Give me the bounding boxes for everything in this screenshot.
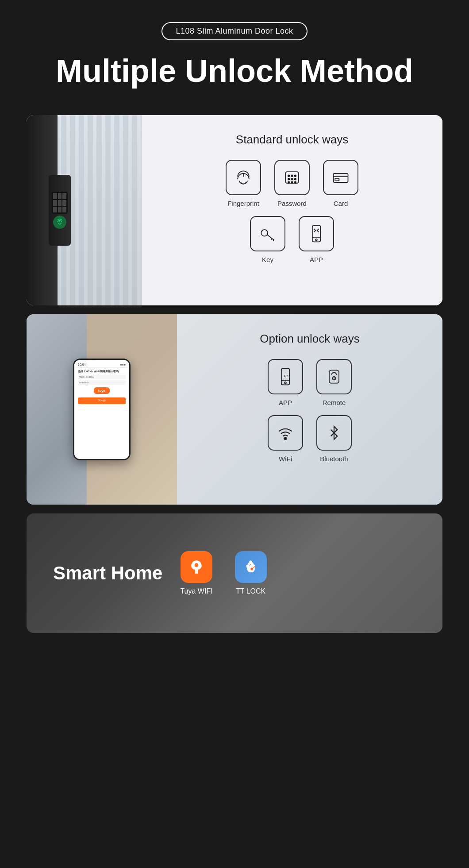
svg-point-13 (261, 230, 268, 236)
phone-time: 10:04 (78, 363, 86, 366)
keypad-dot (62, 193, 66, 199)
unlock-item-card: Card (323, 160, 358, 207)
password-label: Password (277, 200, 307, 207)
option-icons-row-2: WiFi Bluetooth (268, 415, 352, 463)
fingerprint-label: Fingerprint (227, 200, 259, 207)
option-app-icon-box: APP (268, 359, 303, 394)
option-bluetooth-label: Bluetooth (320, 455, 348, 463)
phone-content: 选择 2.4GHz Wi-Fi网络并输入密码 Wi-Fi - 2.4GHz sm… (76, 368, 127, 406)
svg-point-5 (291, 178, 293, 180)
svg-point-2 (291, 175, 293, 177)
keypad-dot (58, 200, 62, 206)
wifi-setup-title: 选择 2.4GHz Wi-Fi网络并输入密码 (78, 370, 126, 374)
option-remote-icon-box (316, 359, 352, 394)
page-wrapper: L108 Slim Aluminum Door Lock Multiple Un… (0, 0, 469, 633)
lock-device (49, 175, 71, 246)
lock-keypad (52, 192, 68, 214)
tuya-app-label: Tuya WIFI (180, 587, 212, 595)
option-item-remote: Remote (316, 359, 352, 406)
main-title: Multiple Unlock Method (9, 54, 460, 89)
unlock-item-app: APP (299, 216, 334, 263)
smart-home-section: Smart Home Tuya WIFI (27, 513, 442, 633)
svg-rect-12 (335, 178, 339, 181)
door-visual (27, 115, 142, 305)
keypad-dot (62, 207, 66, 212)
svg-point-3 (295, 175, 296, 177)
option-right: Option unlock ways APP APP (177, 314, 442, 505)
phone-status-bar: 10:04 ●●● (76, 362, 127, 368)
ttlock-app-icon (235, 551, 267, 583)
standard-section-title: Standard unlock ways (236, 133, 348, 147)
fingerprint-icon-box (226, 160, 261, 195)
app-label: APP (310, 256, 323, 263)
smart-home-content: Smart Home Tuya WIFI (27, 529, 442, 617)
option-section: 10:04 ●●● 选择 2.4GHz Wi-Fi网络并输入密码 Wi-Fi -… (27, 314, 442, 505)
door-image-panel (27, 115, 142, 305)
keypad-dot (58, 207, 62, 212)
svg-point-7 (288, 181, 290, 183)
tuya-brand: tuya (94, 387, 110, 394)
ttlock-app-item: TT LOCK (235, 551, 267, 595)
standard-right: Standard unlock ways Finger (142, 115, 442, 305)
option-item-app: APP APP (268, 359, 303, 406)
option-section-title: Option unlock ways (260, 332, 359, 346)
wifi-item-1: Wi-Fi - 2.4GHz (78, 375, 126, 379)
phone-mockup: 10:04 ●●● 选择 2.4GHz Wi-Fi网络并输入密码 Wi-Fi -… (73, 359, 131, 460)
option-app-label: APP (279, 399, 292, 406)
option-remote-label: Remote (323, 399, 346, 406)
wifi-item-2: smartlock (78, 380, 126, 385)
keypad-dot (53, 193, 57, 199)
option-wifi-icon-box (268, 415, 303, 451)
option-wifi-label: WiFi (279, 455, 292, 463)
option-item-bluetooth: Bluetooth (316, 415, 352, 463)
standard-section: Standard unlock ways Finger (27, 115, 442, 305)
app-icon-box (299, 216, 334, 251)
keypad-dot (53, 200, 57, 206)
phone-signal: ●●● (120, 363, 126, 366)
card-icon-box (323, 160, 358, 195)
svg-point-27 (284, 438, 287, 440)
keypad-dot (62, 200, 66, 206)
svg-point-19 (315, 239, 317, 241)
ttlock-app-label: TT LOCK (236, 587, 265, 595)
svg-point-1 (288, 175, 290, 177)
tuya-logo-area: tuya (78, 387, 126, 394)
smart-home-title: Smart Home (53, 563, 162, 584)
unlock-item-fingerprint: Fingerprint (226, 160, 261, 207)
card-label: Card (334, 200, 348, 207)
svg-text:APP: APP (284, 374, 289, 378)
option-left-panel: 10:04 ●●● 选择 2.4GHz Wi-Fi网络并输入密码 Wi-Fi -… (27, 314, 177, 505)
header-section: L108 Slim Aluminum Door Lock Multiple Un… (0, 0, 469, 106)
keypad-dot (58, 193, 62, 199)
svg-point-4 (288, 178, 290, 180)
phone-next-button[interactable]: 下一步 (78, 397, 126, 404)
svg-point-9 (295, 181, 296, 183)
unlock-item-password: Password (274, 160, 310, 207)
tuya-app-icon (181, 551, 212, 583)
option-icons-row-1: APP APP (268, 359, 352, 406)
option-item-wifi: WiFi (268, 415, 303, 463)
option-bluetooth-icon-box (316, 415, 352, 451)
phone-screen: 10:04 ●●● 选择 2.4GHz Wi-Fi网络并输入密码 Wi-Fi -… (74, 360, 129, 459)
unlock-item-key: Key (250, 216, 285, 263)
standard-icons-row-1: Fingerprint (226, 160, 358, 207)
svg-point-22 (284, 382, 286, 384)
product-badge: L108 Slim Aluminum Door Lock (161, 22, 307, 40)
standard-icons-row-2: Key APP (250, 216, 334, 263)
tuya-app-item: Tuya WIFI (180, 551, 212, 595)
key-icon-box (250, 216, 285, 251)
svg-point-28 (195, 563, 199, 567)
svg-point-8 (291, 181, 293, 183)
password-icon-box (274, 160, 310, 195)
svg-point-6 (295, 178, 296, 180)
fingerprint-sensor (53, 216, 66, 229)
keypad-dot (53, 207, 57, 212)
key-label: Key (262, 256, 273, 263)
smart-apps-container: Tuya WIFI TT LOCK (180, 551, 266, 595)
